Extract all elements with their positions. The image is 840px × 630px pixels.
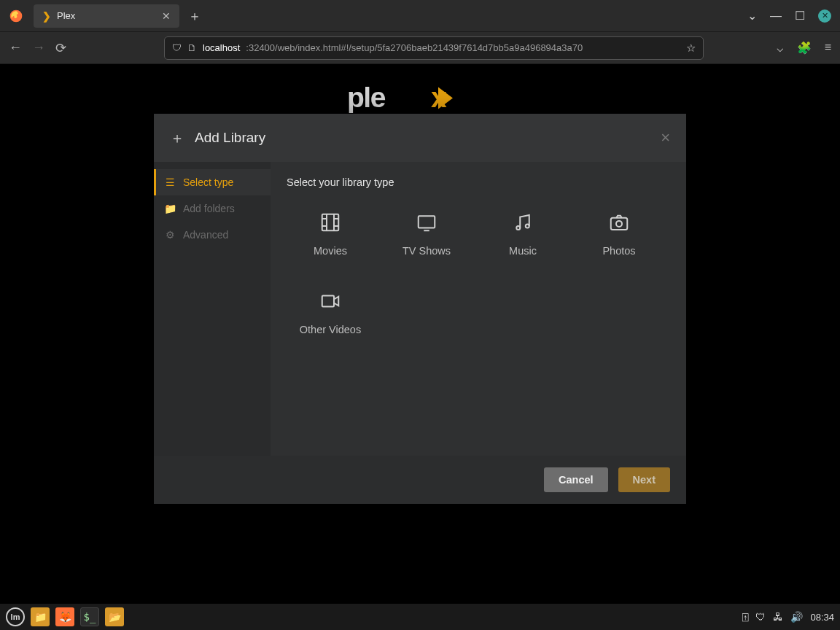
hamburger-icon[interactable]: ≡ — [825, 41, 831, 55]
modal-step-sidebar: ☰ Select type 📁 Add folders ⚙ Advanced — [154, 162, 271, 456]
svg-rect-9 — [322, 296, 334, 307]
svg-rect-4 — [419, 216, 435, 228]
tray-updates-icon[interactable]: ⍐ — [742, 611, 748, 623]
video-icon — [319, 290, 341, 312]
gear-icon: ⚙ — [164, 229, 176, 241]
taskbar-terminal-icon[interactable]: $_ — [80, 607, 99, 626]
svg-point-6 — [526, 225, 529, 228]
url-path: :32400/web/index.html#!/setup/5fa2706bae… — [246, 42, 583, 53]
page-viewport: plex ＋ Add Library × ☰ Select type 📁 Add… — [0, 64, 840, 604]
modal-main: Select your library type Movies TV Shows… — [271, 162, 686, 456]
folder-icon: 📁 — [164, 203, 176, 214]
list-icon: ☰ — [164, 176, 176, 188]
plex-favicon-icon: ❯ — [42, 10, 51, 22]
type-label: Other Videos — [300, 324, 361, 335]
maximize-icon[interactable]: ☐ — [795, 9, 805, 23]
tv-icon — [416, 211, 438, 233]
chevron-down-icon[interactable]: ⌄ — [747, 9, 757, 23]
tray-network-icon[interactable]: 🖧 — [773, 611, 783, 623]
browser-toolbar: ← → ⟳ 🛡 🗋 localhost:32400/web/index.html… — [0, 32, 840, 64]
forward-button[interactable]: → — [32, 40, 45, 55]
system-tray: ⍐ 🛡 🖧 🔊 08:34 — [742, 611, 834, 623]
type-label: Movies — [314, 245, 347, 257]
tray-volume-icon[interactable]: 🔊 — [790, 611, 803, 623]
extensions-icon[interactable]: 🧩 — [797, 41, 812, 55]
plex-logo: plex — [0, 64, 840, 117]
bookmark-star-icon[interactable]: ☆ — [686, 42, 696, 55]
desktop-taskbar: lm 📁 🦊 $_ 📂 ⍐ 🛡 🖧 🔊 08:34 — [0, 604, 840, 630]
step-select-type[interactable]: ☰ Select type — [154, 169, 271, 195]
modal-close-button[interactable]: × — [661, 128, 670, 147]
svg-point-5 — [516, 226, 520, 230]
type-label: Music — [509, 245, 537, 257]
next-button[interactable]: Next — [618, 467, 670, 492]
taskbar-firefox-icon[interactable]: 🦊 — [55, 607, 74, 626]
library-type-tv-shows[interactable]: TV Shows — [383, 207, 470, 261]
step-advanced[interactable]: ⚙ Advanced — [154, 222, 271, 248]
library-type-photos[interactable]: Photos — [575, 207, 663, 261]
cancel-button[interactable]: Cancel — [544, 467, 608, 492]
window-titlebar: ❯ Plex ✕ ＋ ⌄ — ☐ ✕ — [0, 0, 840, 32]
shield-icon: 🛡 — [172, 42, 182, 53]
svg-rect-3 — [322, 214, 339, 231]
tab-title: Plex — [57, 10, 75, 21]
start-menu-button[interactable]: lm — [6, 607, 25, 626]
modal-title: Add Library — [195, 130, 265, 146]
step-label: Add folders — [183, 203, 235, 214]
svg-rect-7 — [611, 218, 628, 230]
browser-tab[interactable]: ❯ Plex ✕ — [34, 4, 179, 28]
new-tab-button[interactable]: ＋ — [188, 7, 201, 25]
taskbar-folder-open-icon[interactable]: 📂 — [105, 607, 124, 626]
minimize-icon[interactable]: — — [770, 9, 782, 23]
library-type-other-videos[interactable]: Other Videos — [287, 286, 374, 340]
step-add-folders[interactable]: 📁 Add folders — [154, 195, 271, 222]
svg-text:ple: ple — [347, 82, 386, 113]
firefox-icon — [0, 9, 32, 23]
add-library-modal: ＋ Add Library × ☰ Select type 📁 Add fold… — [154, 114, 686, 504]
url-host: localhost — [203, 42, 240, 53]
library-type-music[interactable]: Music — [479, 207, 567, 261]
reload-button[interactable]: ⟳ — [55, 40, 66, 56]
type-label: Photos — [602, 245, 635, 257]
taskbar-files-icon[interactable]: 📁 — [31, 607, 50, 626]
url-bar[interactable]: 🛡 🗋 localhost:32400/web/index.html#!/set… — [164, 36, 704, 60]
back-button[interactable]: ← — [9, 40, 22, 55]
plus-icon: ＋ — [170, 128, 184, 148]
lock-icon: 🗋 — [187, 42, 197, 53]
svg-point-8 — [616, 221, 622, 227]
window-close-button[interactable]: ✕ — [818, 9, 831, 23]
type-label: TV Shows — [402, 245, 451, 257]
step-label: Select type — [183, 176, 233, 188]
music-icon — [512, 211, 534, 233]
library-type-movies[interactable]: Movies — [287, 207, 374, 261]
modal-header: ＋ Add Library × — [154, 114, 686, 162]
camera-icon — [608, 211, 630, 233]
step-label: Advanced — [183, 229, 228, 241]
tray-clock[interactable]: 08:34 — [810, 612, 834, 623]
close-tab-icon[interactable]: ✕ — [162, 10, 171, 22]
tray-security-icon[interactable]: 🛡 — [755, 611, 766, 623]
film-icon — [319, 211, 341, 233]
section-heading: Select your library type — [287, 176, 670, 188]
modal-footer: Cancel Next — [154, 456, 686, 504]
pocket-icon[interactable]: ⌵ — [777, 41, 784, 55]
